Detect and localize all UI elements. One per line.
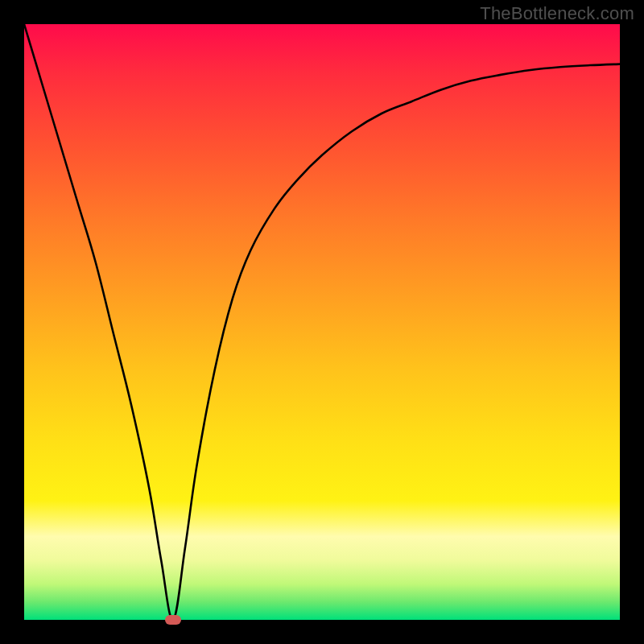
bottleneck-curve [24,24,620,620]
watermark-text: TheBottleneck.com [480,3,634,24]
min-point-marker [165,615,181,625]
plot-area [24,24,620,620]
chart-frame: TheBottleneck.com [0,0,644,644]
